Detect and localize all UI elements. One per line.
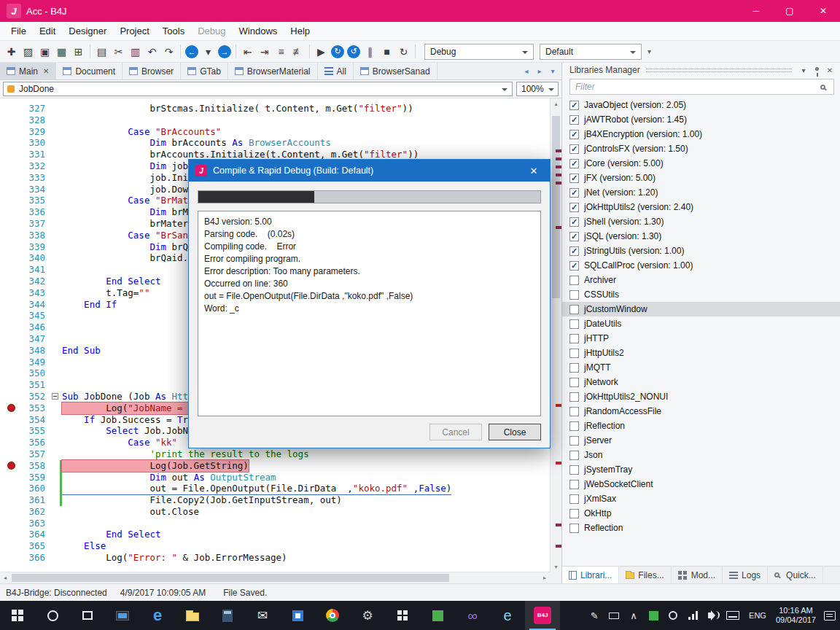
- tab-document[interactable]: Document: [56, 63, 122, 79]
- breakpoint-margin[interactable]: [0, 206, 22, 218]
- panel-tab-files[interactable]: Files...: [619, 567, 671, 583]
- tray-defender-button[interactable]: [648, 601, 659, 630]
- library-checkbox[interactable]: [569, 465, 579, 475]
- library-item[interactable]: ✓jControlsFX (version: 1.50): [562, 141, 840, 156]
- taskbar-task-view-button[interactable]: [70, 601, 105, 630]
- rapid-debug-button[interactable]: ↺: [347, 45, 360, 58]
- library-checkbox[interactable]: ✓: [569, 188, 579, 198]
- library-checkbox[interactable]: [569, 363, 579, 373]
- library-item[interactable]: OkHttp: [562, 506, 840, 521]
- tray-pen-button[interactable]: ✎: [588, 601, 600, 630]
- breakpoint-margin[interactable]: [0, 230, 22, 241]
- taskbar-dev-tools-button[interactable]: ⚙: [350, 601, 385, 630]
- tab-browser[interactable]: Browser: [122, 63, 181, 79]
- breakpoint-margin[interactable]: [0, 322, 22, 333]
- library-item[interactable]: ✓jStringUtils (version: 1.00): [562, 244, 840, 258]
- library-item[interactable]: jNetwork: [562, 375, 840, 389]
- breakpoint-margin[interactable]: [0, 494, 22, 506]
- panel-tab-logs[interactable]: Logs: [723, 567, 768, 583]
- action-center-button[interactable]: [824, 601, 836, 630]
- breakpoint-margin[interactable]: [0, 299, 22, 311]
- breakpoint-margin[interactable]: [0, 103, 22, 114]
- library-item[interactable]: ✓JavaObject (version: 2.05): [562, 98, 840, 112]
- fold-collapse-icon[interactable]: [52, 393, 58, 400]
- library-checkbox[interactable]: ✓: [569, 217, 579, 227]
- library-item[interactable]: ✓jFX (version: 5.00): [562, 171, 840, 185]
- taskbar-capture-tool-button[interactable]: [420, 601, 455, 630]
- breakpoint-margin[interactable]: [0, 518, 22, 529]
- library-item[interactable]: jWebSocketClient: [562, 477, 840, 491]
- cut-button[interactable]: ✂: [110, 43, 127, 60]
- library-checkbox[interactable]: ✓: [569, 130, 579, 139]
- vertical-scroll-thumb[interactable]: [552, 116, 560, 298]
- tray-volume-button[interactable]: [707, 601, 718, 630]
- scroll-up-icon[interactable]: ▴: [551, 98, 561, 109]
- breakpoint-margin[interactable]: [0, 149, 22, 160]
- breakpoint-margin[interactable]: [0, 414, 22, 426]
- menu-item-windows[interactable]: Windows: [233, 26, 284, 36]
- taskbar-calculator-button[interactable]: [210, 601, 245, 630]
- taskbar-b4j-button[interactable]: B4J: [525, 601, 560, 630]
- scroll-down-icon[interactable]: ▾: [551, 561, 561, 572]
- library-checkbox[interactable]: ✓: [569, 246, 579, 256]
- library-item[interactable]: ✓jNet (version: 1.20): [562, 185, 840, 200]
- breakpoint-margin[interactable]: [0, 391, 22, 402]
- navigate-back-button[interactable]: ←: [185, 45, 198, 58]
- menu-item-help[interactable]: Help: [284, 26, 316, 36]
- breakpoint-margin[interactable]: [0, 114, 22, 126]
- breakpoint-margin[interactable]: [0, 252, 22, 264]
- close-dialog-button[interactable]: Close: [489, 424, 541, 440]
- breakpoint-margin[interactable]: [0, 276, 22, 287]
- breakpoint-margin[interactable]: [0, 287, 22, 299]
- close-tab-icon[interactable]: ✕: [43, 67, 49, 75]
- tray-network-button[interactable]: [687, 601, 699, 630]
- paste-button[interactable]: ▥: [127, 43, 144, 60]
- library-checkbox[interactable]: [569, 451, 579, 460]
- library-checkbox[interactable]: [569, 421, 579, 431]
- redo-button[interactable]: ↷: [160, 43, 177, 60]
- vertical-scrollbar[interactable]: ▴ ▾: [550, 98, 561, 572]
- library-checkbox[interactable]: [569, 276, 579, 285]
- minimize-button[interactable]: ─: [739, 0, 773, 22]
- library-item[interactable]: ✓jShell (version: 1.30): [562, 214, 840, 229]
- save-all-button[interactable]: ▦: [53, 43, 70, 60]
- scroll-right-icon[interactable]: ▸: [540, 572, 550, 583]
- breakpoint-margin[interactable]: [0, 184, 22, 195]
- breakpoint-margin[interactable]: [0, 137, 22, 149]
- library-checkbox[interactable]: [569, 334, 579, 343]
- taskbar-store-button[interactable]: [280, 601, 315, 630]
- start-button[interactable]: [0, 601, 35, 630]
- tab-list-dropdown-button[interactable]: ▾: [547, 67, 559, 75]
- breakpoint-margin[interactable]: [0, 483, 22, 494]
- breakpoint-margin[interactable]: [0, 402, 22, 414]
- navigate-back-dropdown-button[interactable]: ▾: [200, 43, 217, 60]
- breakpoint-margin[interactable]: [0, 126, 22, 138]
- breakpoint-margin[interactable]: [0, 241, 22, 253]
- library-checkbox[interactable]: ✓: [569, 261, 579, 271]
- menu-item-debug[interactable]: Debug: [191, 26, 232, 36]
- menu-item-edit[interactable]: Edit: [33, 26, 62, 36]
- library-item[interactable]: ✓SQLCallProc (version: 1.00): [562, 258, 840, 273]
- horizontal-scroll-thumb[interactable]: [12, 574, 449, 582]
- library-checkbox[interactable]: [569, 290, 579, 300]
- library-checkbox[interactable]: ✓: [569, 159, 579, 168]
- save-button[interactable]: ▣: [36, 43, 53, 60]
- panel-menu-button[interactable]: ▾: [798, 64, 809, 76]
- breakpoint-margin[interactable]: [0, 345, 22, 357]
- library-item[interactable]: jSystemTray: [562, 462, 840, 477]
- library-checkbox[interactable]: [569, 480, 579, 489]
- taskbar-chrome-button[interactable]: [315, 601, 350, 630]
- navigate-forward-button[interactable]: →: [218, 45, 231, 58]
- panel-tab-quick[interactable]: Quick...: [768, 567, 823, 583]
- library-item[interactable]: ✓jCore (version: 5.00): [562, 156, 840, 171]
- breakpoint-margin[interactable]: [0, 357, 22, 368]
- menu-item-file[interactable]: File: [4, 26, 33, 36]
- horizontal-scrollbar[interactable]: ◂ ▸: [0, 572, 550, 583]
- taskbar-cortana-button[interactable]: [35, 601, 70, 630]
- library-checkbox[interactable]: [569, 509, 579, 518]
- breakpoint-margin[interactable]: [0, 218, 22, 230]
- build-config-select[interactable]: Default: [540, 44, 642, 60]
- cancel-button[interactable]: Cancel: [429, 424, 482, 440]
- library-checkbox[interactable]: ✓: [569, 115, 579, 125]
- scroll-tabs-left-button[interactable]: ◂: [521, 67, 532, 75]
